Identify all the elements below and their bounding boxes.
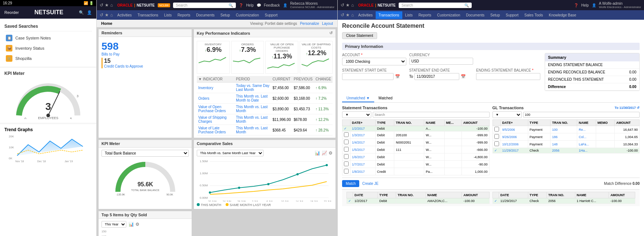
dashboard-panel: ↺ ★ ⌂ ORACLE | NETSUITE NCLB8 Search 🔍 ❓… (97, 0, 338, 236)
rec-nav-transactions[interactable]: Transactions (376, 11, 402, 19)
rec-home-icon[interactable]: ⌂ (351, 3, 354, 8)
chart-icon-2[interactable]: 📈 (322, 151, 327, 156)
nav-reports[interactable]: Reports (175, 11, 193, 19)
rec-nav-reports[interactable]: Reports (415, 11, 434, 19)
kpi-meter-dropdown[interactable]: Total Bank Balance (101, 150, 189, 157)
nav-transactions[interactable]: Transactions (135, 11, 161, 19)
rec-nav-knowledge-base[interactable]: Knowledge Base (546, 11, 579, 19)
search-icon: 🔍 (229, 3, 233, 7)
dashboard-search[interactable]: Search 🔍 (173, 3, 236, 8)
layout-btn[interactable]: Layout (322, 22, 333, 26)
nav-setup[interactable]: Setup (218, 11, 233, 19)
home-nav-icon[interactable]: ⌂ (110, 3, 113, 8)
tab-matched[interactable]: Matched (374, 95, 397, 102)
page-title: Home (101, 21, 112, 26)
tab-unmatched[interactable]: Unmatched ▼ (342, 95, 374, 102)
rec-nav-home[interactable]: ⌂ (351, 12, 354, 18)
svg-text:TOTAL BANK BALANCE: TOTAL BANK BALANCE (131, 189, 160, 191)
col-date: DATE+ (350, 120, 376, 126)
rec-refresh-icon[interactable]: ↺ (341, 3, 344, 8)
create-je-link[interactable]: Create JE (362, 182, 378, 186)
summary-row-diff: Difference 0.00 (545, 83, 639, 91)
kpi-inventory-value: ↑6.9% (199, 46, 228, 54)
calendar-icon-end[interactable]: 📅 (461, 74, 466, 79)
stmt-filter-row: ▼ (342, 111, 490, 118)
gl-search-input[interactable] (523, 112, 640, 118)
close-statement-button[interactable]: Close Statement (342, 32, 377, 39)
end-date-input[interactable] (414, 73, 459, 80)
comp-sales-dropdown[interactable]: This Month vs. Same Month Last Year (197, 150, 264, 156)
sidebar-item-shopzilla[interactable]: 🛒 Shopzilla (4, 53, 92, 64)
kpi-shipping-value: ↑12.2% (302, 49, 331, 57)
nav-customization[interactable]: Customization (233, 11, 262, 19)
kpi-header: Key Performance Indicators ↺ (194, 29, 336, 37)
rec-nav-sales-tools[interactable]: Sales Tools (521, 11, 546, 19)
legend-this-month: THIS MONTH (197, 203, 221, 207)
bar-chart-icon[interactable]: 📊 (129, 222, 134, 227)
nav-support[interactable]: Support (262, 11, 280, 19)
chart-icon-3[interactable]: ⚙ (329, 151, 333, 156)
currency-input[interactable] (409, 58, 474, 65)
rec-help-icon[interactable]: ❓ (574, 3, 578, 7)
refresh-icon[interactable]: ↺ (100, 3, 103, 8)
rec-nav-refresh[interactable]: ↺ (341, 12, 344, 18)
star-icon[interactable]: ★ (105, 3, 109, 8)
kpi-meter-portlet: KPI Meter Total Bank Balance 95.6K TOTAL… (98, 140, 192, 209)
ns-refresh-icon[interactable]: ↺ (100, 12, 103, 18)
top5-dropdown[interactable]: This Year (101, 221, 126, 228)
stmt-search-input[interactable] (373, 112, 490, 118)
sidebar-item-inventory-status[interactable]: 📦 Inventory Status (4, 43, 92, 53)
reminders-title: Reminders (101, 31, 122, 35)
bills-reminder[interactable]: 598 Bills to Pay (101, 41, 189, 56)
rec-nav-star[interactable]: ★ (346, 12, 350, 18)
rec-nav-lists[interactable]: Lists (402, 11, 416, 19)
search-icon[interactable]: 🔍 (79, 10, 84, 15)
form-row-2: STATEMENT START DATE 📅 STATEMENT END DAT… (342, 68, 540, 80)
rec-nav-support[interactable]: Support (503, 11, 521, 19)
personalize-btn[interactable]: Personalize (300, 22, 319, 26)
ending-balance-input[interactable] (476, 73, 540, 80)
refresh-icon-gl[interactable]: ↺ (637, 106, 640, 110)
rec-user-icon: 👤 (592, 3, 596, 7)
reorder-button[interactable]: Reorder (4, 10, 19, 15)
rec-search[interactable]: Search 🔍 (399, 3, 472, 8)
ns-home-icon[interactable]: ⌂ (110, 12, 113, 18)
user-icon: 👤 (283, 3, 287, 7)
account-select[interactable]: 1000 Checking (342, 58, 406, 65)
settings-icon[interactable]: ⚙ (135, 222, 139, 227)
start-date-input[interactable] (342, 73, 394, 80)
bottom-gl-amount: -100.00 (609, 198, 635, 204)
to-label: To (409, 75, 413, 79)
kpi-refresh-icon[interactable]: ↺ (329, 31, 333, 35)
rec-nav-setup[interactable]: Setup (487, 11, 503, 19)
time-display: 16:29 (3, 1, 12, 5)
match-bar: Match Create JE Match Difference 0.00 (342, 178, 640, 189)
gl-col-check (492, 120, 501, 126)
mobile-panel: 16:29 📶 🔋 Reorder NETSUITE 🔍 👤 Saved Sea… (0, 0, 97, 236)
kpi-orders-value: ↑7.3% (233, 46, 262, 54)
help-icon[interactable]: ❓ (239, 3, 243, 7)
nav-lists[interactable]: Lists (161, 11, 175, 19)
kpi-shipping: VALUE OF SHIPPING COSTS ↑12.2% (300, 41, 333, 74)
user-icon[interactable]: 👤 (87, 10, 92, 15)
transactions-layout: Statement Transactions ▼ DATE+ TYPE TR (342, 106, 640, 175)
rec-star-icon[interactable]: ★ (346, 3, 350, 8)
nav-documents[interactable]: Documents (193, 11, 218, 19)
table-row: Value of Late Purchase Orders This Month… (197, 125, 333, 136)
sidebar-item-case-system-notes[interactable]: 📋 Case System Notes (4, 33, 92, 43)
nav-activities[interactable]: Activities (114, 11, 134, 19)
svg-text:6 JUL: 6 JUL (267, 200, 273, 202)
stmt-filter-select[interactable]: ▼ (342, 111, 371, 118)
bottom-stmt-date: 1/2/2017 (353, 198, 378, 204)
gl-filter-select[interactable]: ▼ (492, 111, 522, 118)
svg-point-29 (326, 164, 328, 166)
match-button[interactable]: Match (342, 180, 359, 187)
cards-reminder[interactable]: 15 Credit Cards to Approve (101, 58, 189, 68)
chart-icon-1[interactable]: 📊 (315, 151, 320, 156)
ns-star-icon[interactable]: ★ (105, 12, 109, 18)
rec-nav-documents[interactable]: Documents (463, 11, 488, 19)
rec-nav-activities[interactable]: Activities (355, 11, 375, 19)
reminders-portlet: Reminders 598 Bills to Pay 15 Credit Car… (98, 29, 192, 138)
calendar-icon-start[interactable]: 📅 (395, 74, 400, 79)
rec-nav-customization[interactable]: Customization (434, 11, 463, 19)
